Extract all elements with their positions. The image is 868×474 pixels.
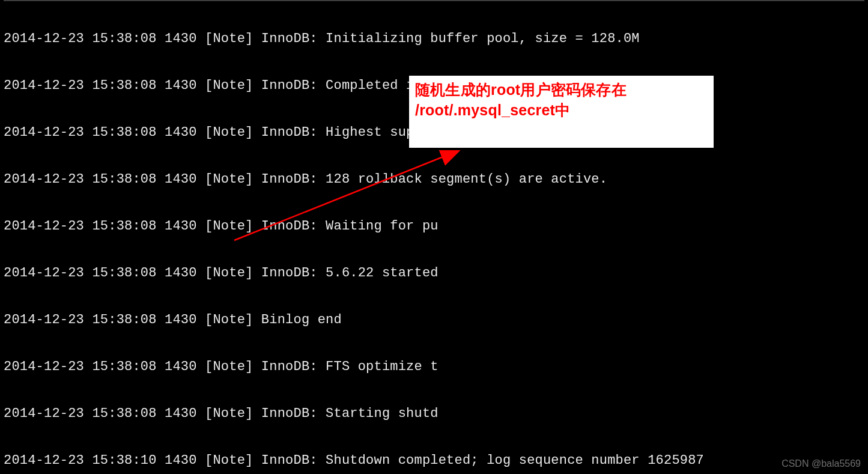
log-line: 2014-12-23 15:38:08 1430 [Note] InnoDB: … — [4, 172, 864, 187]
log-line: 2014-12-23 15:38:08 1430 [Note] InnoDB: … — [4, 31, 864, 47]
log-line: 2014-12-23 15:38:08 1430 [Note] InnoDB: … — [4, 359, 864, 375]
log-line: 2014-12-23 15:38:08 1430 [Note] Binlog e… — [4, 312, 864, 328]
watermark: CSDN @bala5569 — [782, 458, 861, 469]
annotation-line: /root/.mysql_secret中 — [415, 100, 708, 120]
terminal-output: 2014-12-23 15:38:08 1430 [Note] InnoDB: … — [4, 0, 864, 474]
log-line: 2014-12-23 15:38:10 1430 [Note] InnoDB: … — [4, 453, 864, 469]
log-line: 2014-12-23 15:38:08 1430 [Note] InnoDB: … — [4, 219, 864, 234]
annotation-line: 随机生成的root用户密码保存在 — [415, 79, 708, 100]
log-line: 2014-12-23 15:38:08 1430 [Note] InnoDB: … — [4, 406, 864, 422]
log-line: 2014-12-23 15:38:08 1430 [Note] InnoDB: … — [4, 266, 864, 281]
annotation-callout: 随机生成的root用户密码保存在 /root/.mysql_secret中 — [409, 76, 714, 148]
